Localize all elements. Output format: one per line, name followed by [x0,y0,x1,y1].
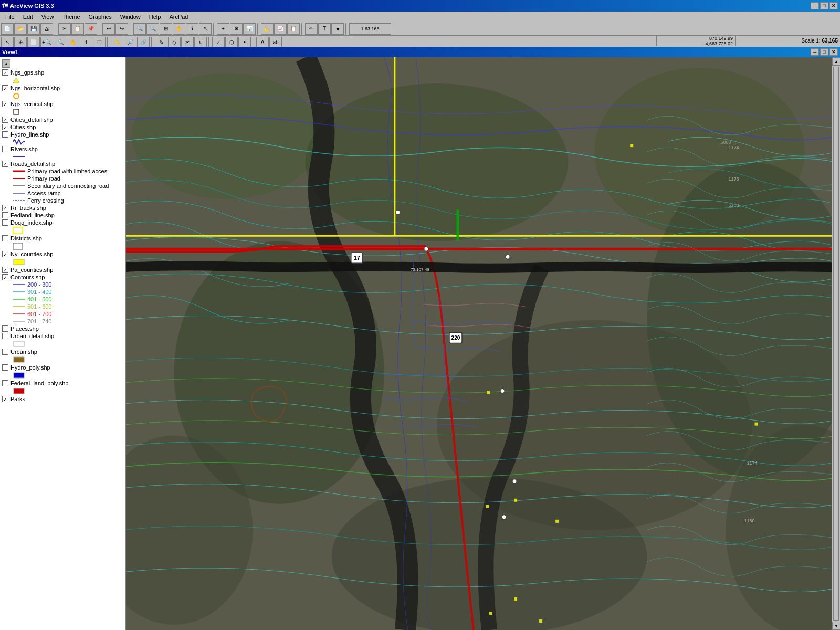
legend-rr-tracks: Rr_tracks.shp [2,204,123,212]
legend-contour-600-label: 601 - 700 [27,311,51,317]
svg-rect-61 [514,499,517,502]
full-extent-button[interactable]: ⊞ [160,23,172,35]
close-button[interactable]: ✕ [830,2,838,9]
legend-ngs-gps-checkbox[interactable] [2,69,8,76]
legend-pa-counties-checkbox[interactable] [2,267,8,273]
menu-arcpad[interactable]: ArcPad [165,13,192,21]
undo-button[interactable]: ↩ [102,23,115,35]
line-gray-icon [13,183,25,189]
copy-button[interactable]: 📋 [71,23,84,35]
menu-theme[interactable]: Theme [58,13,84,21]
cut-button[interactable]: ✂ [58,23,71,35]
legend-districts-checkbox[interactable] [2,235,8,242]
table-button[interactable]: 📋 [287,23,300,35]
view1-maximize[interactable]: □ [820,48,828,56]
redo-button[interactable]: ↪ [116,23,128,35]
legend-ngs-gps-label: Ngs_gps.shp [10,69,44,76]
symbol-button[interactable]: ★ [331,23,344,35]
legend-hydro-line-checkbox[interactable] [2,131,8,138]
separator-1 [55,23,57,35]
legend-roads-detail-checkbox[interactable] [2,161,8,167]
svg-point-40 [424,247,428,251]
line-400-icon [13,296,25,302]
menu-view[interactable]: View [37,13,58,21]
view1-minimize[interactable]: ─ [811,48,819,56]
legend-ngs-vertical-checkbox[interactable] [2,101,8,107]
toolbar-1: 📄 📂 💾 🖨 ✂ 📋 📌 ↩ ↪ 🔍 🔍 ⊞ ✋ ℹ ↖ + ⚙ 📊 📐 📈 … [0,22,840,36]
zoom-out-button[interactable]: 🔍 [146,23,159,35]
svg-rect-21 [14,388,24,394]
menu-edit[interactable]: Edit [19,13,37,21]
menu-window[interactable]: Window [116,13,145,21]
add-theme-button[interactable]: + [217,23,229,35]
legend-places-checkbox[interactable] [2,326,8,332]
maximize-button[interactable]: □ [820,2,828,9]
legend-ferry-crossing-label: Ferry crossing [27,197,64,204]
legend-rr-tracks-checkbox[interactable] [2,205,8,211]
legend-urban: Urban.shp [2,348,123,355]
legend-ny-counties-checkbox[interactable] [2,251,8,257]
legend-button[interactable]: 📊 [243,23,256,35]
print-button[interactable]: 🖨 [40,23,53,35]
vertical-scrollbar[interactable]: ▲ ▼ [832,57,840,630]
legend-cities-checkbox[interactable] [2,124,8,130]
legend-primary-limited-label: Primary road with limited acces [27,168,107,174]
legend-hydro-poly-checkbox[interactable] [2,364,8,371]
map-area[interactable]: 17 220 73,107-48 [126,57,832,630]
legend-districts-symbol [2,242,123,250]
minimize-button[interactable]: ─ [811,2,819,9]
legend-urban-detail-checkbox[interactable] [2,333,8,339]
scroll-up-arrow[interactable]: ▲ [832,57,840,66]
legend-fedland-line-label: Fedland_line.shp [10,212,55,218]
legend-doqq-index-label: Doqq_index.shp [10,219,52,226]
menu-help[interactable]: Help [145,13,165,21]
svg-text:1175: 1175 [728,176,739,182]
legend-cities-detail-checkbox[interactable] [2,117,8,123]
legend-ngs-horizontal-checkbox[interactable] [2,85,8,91]
scale-bar: Scale 1: 63,165 [735,36,840,46]
draw-button[interactable]: ✏ [305,23,318,35]
legend-contours-checkbox[interactable] [2,274,8,280]
view1-content: ▲ Ngs_gps.shp Ngs_horizontal.shp [0,57,840,630]
legend-urban-detail-label: Urban_detail.shp [10,333,54,339]
line-blue-dashed-icon [13,197,25,204]
view1-close[interactable]: ✕ [830,48,838,56]
square-yellow-outline-icon [13,227,23,234]
scroll-down-arrow[interactable]: ▼ [832,622,840,630]
legend-federal-land-poly-checkbox[interactable] [2,380,8,386]
save-button[interactable]: 💾 [27,23,40,35]
open-button[interactable]: 📂 [14,23,27,35]
legend-federal-land-poly-symbol [2,387,123,395]
legend-secondary-road-label: Secondary and connecting road [27,183,109,189]
select-button[interactable]: ↖ [199,23,212,35]
text-button[interactable]: T [318,23,331,35]
legend-rivers-checkbox[interactable] [2,146,8,152]
svg-point-44 [512,479,517,484]
legend-hydro-line: Hydro_line.shp [2,131,123,138]
layout-button[interactable]: 📐 [261,23,274,35]
legend-secondary-road: Secondary and connecting road [2,182,123,190]
legend-doqq-index-checkbox[interactable] [2,219,8,226]
zoom-in-button[interactable]: 🔍 [133,23,146,35]
paste-button[interactable]: 📌 [85,23,97,35]
legend-federal-land-poly: Federal_land_poly.shp [2,380,123,387]
legend-roads-detail-label: Roads_detail.shp [10,161,55,167]
legend-fedland-line-checkbox[interactable] [2,212,8,218]
svg-text:1180: 1180 [744,518,754,523]
menu-file[interactable]: File [1,13,19,21]
legend-scroll-up[interactable]: ▲ [2,59,10,68]
identify-button[interactable]: ℹ [186,23,198,35]
svg-rect-64 [489,612,492,615]
separator-2 [99,23,101,35]
legend-parks-checkbox[interactable] [2,396,8,402]
line-red-thick-icon [13,168,25,174]
scroll-thumb[interactable] [833,67,839,621]
legend-ngs-vertical-symbol [2,108,123,116]
chart-button[interactable]: 📈 [274,23,287,35]
properties-button[interactable]: ⚙ [230,23,243,35]
scale-input[interactable]: 1:63,165 [349,23,391,35]
legend-urban-checkbox[interactable] [2,349,8,355]
pan-button[interactable]: ✋ [173,23,185,35]
menu-graphics[interactable]: Graphics [85,13,116,21]
new-button[interactable]: 📄 [1,23,14,35]
